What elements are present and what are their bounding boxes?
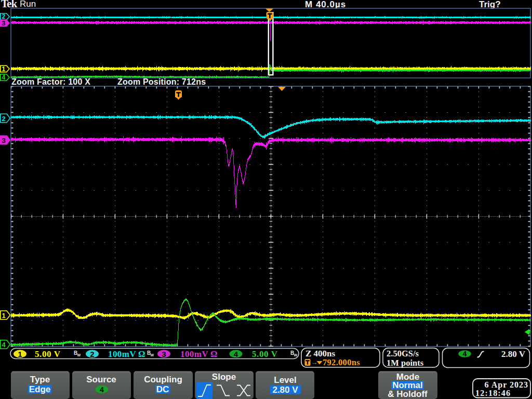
svg-text:Type: Type: [30, 375, 50, 384]
svg-text:5.00 V: 5.00 V: [35, 349, 61, 359]
svg-text:DC: DC: [156, 384, 169, 394]
svg-text:4: 4: [234, 350, 238, 358]
svg-text:3: 3: [2, 20, 5, 27]
svg-text:1: 1: [2, 65, 5, 73]
svg-text:W: W: [294, 353, 298, 357]
svg-text:Run: Run: [20, 0, 36, 9]
svg-text:792.000ns: 792.000ns: [323, 357, 360, 367]
svg-text:3: 3: [2, 137, 5, 144]
svg-text:100mV Ω: 100mV Ω: [108, 349, 145, 359]
svg-text:5.00 V: 5.00 V: [252, 349, 278, 359]
svg-text:1: 1: [18, 350, 22, 358]
svg-text:Zoom Position: 712ns: Zoom Position: 712ns: [117, 77, 206, 86]
svg-text:& Holdoff: & Holdoff: [388, 389, 428, 399]
svg-text:→: →: [311, 358, 318, 366]
svg-text:2.50GS/s: 2.50GS/s: [387, 349, 419, 358]
svg-text:1M points: 1M points: [387, 358, 424, 368]
svg-text:Coupling: Coupling: [144, 375, 182, 384]
svg-text:Zoom Factor: 100 X: Zoom Factor: 100 X: [11, 77, 90, 86]
svg-text:4: 4: [2, 341, 6, 349]
svg-text:2.80 V: 2.80 V: [501, 349, 526, 359]
svg-text:2: 2: [2, 115, 5, 123]
svg-text:2: 2: [90, 350, 94, 358]
svg-text:100mV Ω: 100mV Ω: [180, 349, 218, 359]
svg-text:W: W: [77, 353, 81, 357]
svg-text:Edge: Edge: [29, 384, 51, 394]
svg-text:Source: Source: [86, 375, 116, 384]
svg-text:4: 4: [463, 350, 467, 358]
svg-text:Slope: Slope: [212, 372, 236, 382]
svg-text:W: W: [151, 353, 154, 357]
svg-text:2.80 V: 2.80 V: [272, 385, 298, 395]
svg-text:3: 3: [162, 350, 166, 358]
svg-text:Level: Level: [274, 375, 296, 385]
svg-text:4: 4: [100, 385, 104, 394]
svg-text:12:18:46: 12:18:46: [475, 389, 511, 397]
svg-text:4: 4: [2, 74, 5, 81]
svg-text:1: 1: [2, 312, 5, 320]
